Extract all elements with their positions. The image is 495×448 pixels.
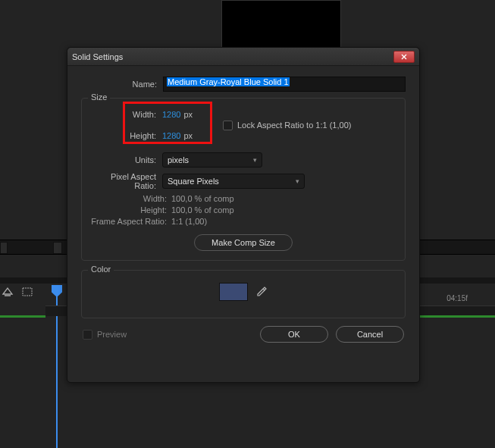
name-row: Name: Medium Gray-Royal Blue Solid 1 [81, 77, 406, 92]
timeline-tick-label: 04:15f [446, 294, 468, 302]
info-far-label: Frame Aspect Ratio: [89, 217, 171, 228]
color-swatch[interactable] [219, 283, 248, 301]
timeline-cache-bar-right [418, 315, 495, 318]
tool-icon-2[interactable] [21, 287, 33, 297]
bg-dropdown-stub2[interactable] [53, 242, 62, 254]
timeline-icon-row [2, 287, 33, 297]
comp-preview-rect [221, 0, 341, 52]
dialog-body: Name: Medium Gray-Royal Blue Solid 1 Siz… [67, 66, 419, 353]
height-label: Height: [89, 131, 162, 140]
units-label: Units: [89, 155, 162, 164]
par-select[interactable]: Square Pixels ▾ [162, 174, 305, 189]
dialog-title: Solid Settings [72, 52, 393, 61]
cancel-label: Cancel [357, 330, 383, 339]
width-unit: px [183, 110, 193, 119]
ok-label: OK [288, 330, 300, 339]
info-far-value: 1:1 (1,00) [171, 217, 207, 228]
make-comp-size-button[interactable]: Make Comp Size [194, 234, 293, 251]
preview-checkbox-group: Preview [83, 330, 127, 340]
dialog-titlebar[interactable]: Solid Settings [67, 48, 419, 66]
dialog-footer: Preview OK Cancel [81, 326, 406, 343]
info-width-value: 100,0 % of comp [171, 194, 234, 205]
eyedropper-icon [255, 286, 268, 298]
info-height-value: 100,0 % of comp [171, 205, 234, 217]
par-label: Pixel Aspect Ratio: [89, 172, 162, 190]
info-height-label: Height: [89, 205, 171, 217]
timeline-cache-bar-left [0, 315, 45, 318]
close-button[interactable] [393, 51, 415, 63]
chevron-down-icon: ▾ [296, 177, 299, 185]
svg-rect-0 [23, 288, 32, 296]
preview-label: Preview [97, 330, 127, 339]
color-legend: Color [88, 265, 114, 274]
name-label: Name: [81, 80, 163, 89]
close-icon [401, 54, 407, 60]
color-fieldset: Color [81, 270, 406, 318]
info-width-label: Width: [89, 194, 171, 205]
size-info-block: Width: 100,0 % of comp Height: 100,0 % o… [89, 194, 397, 228]
height-value[interactable]: 1280 [162, 131, 180, 140]
tool-icon-1[interactable] [2, 287, 14, 297]
width-label: Width: [89, 110, 162, 119]
name-input-value: Medium Gray-Royal Blue Solid 1 [167, 77, 290, 86]
par-value: Square Pixels [168, 177, 219, 186]
name-input[interactable]: Medium Gray-Royal Blue Solid 1 [163, 77, 406, 92]
lock-aspect-label: Lock Aspect Ratio to 1:1 (1,00) [237, 121, 351, 130]
cancel-button[interactable]: Cancel [336, 326, 404, 343]
solid-settings-dialog: Solid Settings Name: Medium Gray-Royal B… [67, 47, 420, 383]
units-value: pixels [168, 155, 189, 164]
timeline-playhead-line [56, 296, 58, 448]
lock-aspect-checkbox[interactable] [223, 121, 233, 130]
preview-checkbox[interactable] [83, 330, 92, 340]
ok-button[interactable]: OK [260, 326, 328, 343]
units-select[interactable]: pixels ▾ [162, 152, 262, 168]
size-legend: Size [88, 92, 110, 102]
width-value[interactable]: 1280 [162, 110, 180, 119]
chevron-down-icon: ▾ [253, 156, 257, 164]
size-fieldset: Size Width: 1280 px Height: 1280 px [81, 98, 406, 261]
make-comp-size-label: Make Comp Size [211, 238, 275, 247]
eyedropper-button[interactable] [255, 286, 268, 298]
height-unit: px [183, 131, 193, 140]
bg-dropdown-stub[interactable] [0, 242, 8, 254]
